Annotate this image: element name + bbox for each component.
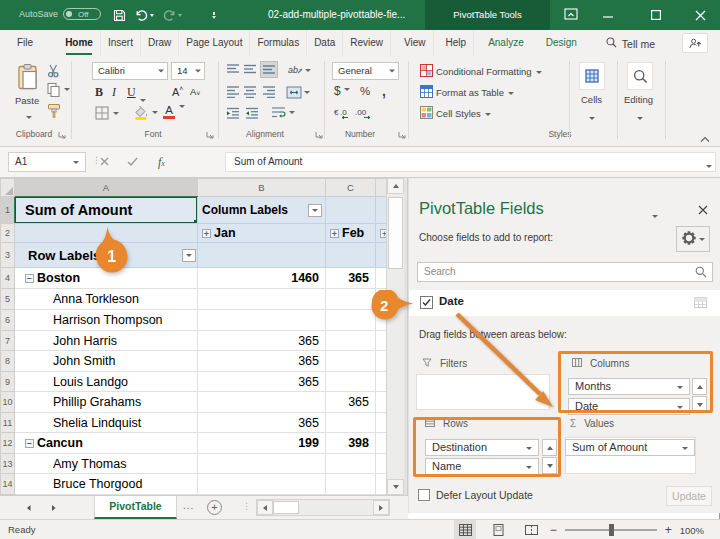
defer-layout-checkbox[interactable]	[418, 489, 430, 501]
cell-a12[interactable]: Cancun	[15, 433, 198, 454]
undo-button[interactable]	[135, 9, 154, 21]
cell-b5[interactable]	[198, 289, 326, 310]
share-button[interactable]	[682, 33, 708, 53]
values-field-sum-of-amount[interactable]: Sum of Amount	[565, 439, 695, 456]
tab-formulas[interactable]: Formulas	[250, 30, 307, 57]
row-header-5[interactable]: 5	[1, 289, 15, 310]
insert-function-icon[interactable]: fx	[158, 155, 165, 170]
row-labels-filter-button[interactable]	[182, 249, 196, 262]
row-header-2[interactable]: 2	[1, 224, 15, 243]
clipboard-dialog-launcher-icon[interactable]	[58, 131, 66, 139]
row-header-3[interactable]: 3	[1, 243, 15, 268]
tab-analyze[interactable]: Analyze	[477, 30, 535, 57]
font-size-combo[interactable]: 14	[171, 62, 205, 80]
tab-home[interactable]: Home	[58, 30, 101, 57]
formula-input[interactable]: Sum of Amount	[225, 152, 716, 172]
autosave-toggle[interactable]: Off	[63, 8, 101, 20]
cell-d12[interactable]	[376, 433, 387, 454]
cell-c8[interactable]	[326, 351, 376, 372]
cell-c2[interactable]: Feb	[326, 224, 376, 243]
maximize-button[interactable]	[632, 0, 680, 30]
collapse-cancun-icon[interactable]	[25, 439, 34, 448]
ribbon-display-options-icon[interactable]	[560, 5, 582, 23]
font-name-combo[interactable]: Calibri	[92, 62, 168, 80]
prev-sheet-icon[interactable]	[25, 504, 32, 514]
pane-options-caret-icon[interactable]	[652, 208, 658, 220]
borders-button[interactable]	[95, 106, 119, 122]
tell-me[interactable]: Tell me	[598, 37, 663, 50]
tools-gear-button[interactable]	[676, 226, 710, 252]
close-button[interactable]	[680, 0, 720, 30]
increase-font-button[interactable]: A˄	[172, 85, 183, 98]
collapse-jan-icon[interactable]	[202, 229, 211, 238]
fields-search-box[interactable]: Search	[417, 262, 713, 282]
page-layout-view-button[interactable]	[487, 520, 509, 539]
cells-button[interactable]	[579, 62, 605, 90]
pane-close-icon[interactable]	[698, 204, 708, 218]
orientation-button[interactable]: ab	[287, 62, 311, 79]
underline-button[interactable]: U	[127, 85, 136, 100]
alignment-dialog-launcher-icon[interactable]	[315, 131, 323, 139]
cell-a10[interactable]: Phillip Grahams	[15, 392, 198, 413]
formula-bar-expand-icon[interactable]	[706, 158, 712, 170]
cell-b7[interactable]: 365	[198, 331, 326, 351]
cell-a8[interactable]: John Smith	[15, 351, 198, 372]
cell-b3[interactable]	[198, 243, 326, 268]
scroll-right-icon[interactable]	[373, 500, 389, 515]
cell-c7[interactable]	[326, 331, 376, 351]
align-center-button[interactable]	[243, 85, 257, 100]
paste-button[interactable]	[14, 63, 42, 93]
next-sheet-icon[interactable]	[50, 504, 57, 514]
name-box[interactable]: A1	[8, 152, 86, 172]
column-header-b[interactable]: B	[198, 179, 326, 197]
cell-b10[interactable]	[198, 392, 326, 413]
font-dialog-launcher-icon[interactable]	[206, 131, 214, 139]
number-format-combo[interactable]: General	[332, 62, 399, 80]
redo-button[interactable]	[163, 9, 182, 21]
cell-c6[interactable]	[326, 310, 376, 331]
tab-help[interactable]: Help	[439, 30, 475, 57]
cell-c1[interactable]	[326, 197, 376, 224]
tab-review[interactable]: Review	[343, 30, 391, 57]
cell-c14[interactable]	[326, 474, 376, 495]
column-header-d[interactable]	[376, 179, 387, 197]
scroll-up-icon[interactable]	[387, 178, 404, 194]
zoom-out-icon[interactable]: −	[550, 523, 557, 537]
tab-view[interactable]: View	[397, 30, 434, 57]
cell-b8[interactable]: 365	[198, 351, 326, 372]
cell-a14[interactable]: Bruce Thorgood	[15, 474, 198, 495]
horizontal-scrollbar[interactable]	[256, 499, 390, 516]
italic-button[interactable]: I	[112, 85, 116, 100]
row-header-14[interactable]: 14	[1, 474, 15, 495]
cell-b9[interactable]: 365	[198, 372, 326, 392]
row-header-11[interactable]: 11	[1, 413, 15, 433]
cell-c10[interactable]: 365	[326, 392, 376, 413]
font-color-button[interactable]: A	[163, 104, 185, 119]
collapse-ribbon-icon[interactable]	[700, 133, 710, 145]
align-bottom-button[interactable]	[260, 61, 278, 78]
cell-d14[interactable]	[376, 474, 387, 495]
align-top-button[interactable]	[226, 63, 240, 78]
tab-page-layout[interactable]: Page Layout	[179, 30, 250, 57]
increase-indent-button[interactable]	[245, 107, 259, 121]
cell-a9[interactable]: Louis Landgo	[15, 372, 198, 392]
row-header-9[interactable]: 9	[1, 372, 15, 392]
align-right-button[interactable]	[262, 85, 276, 100]
wrap-text-button[interactable]	[271, 106, 295, 121]
number-dialog-launcher-icon[interactable]	[398, 131, 406, 139]
cell-c12[interactable]: 398	[326, 433, 376, 454]
tab-insert[interactable]: Insert	[101, 30, 141, 57]
cell-a1[interactable]: Sum of Amount	[15, 197, 198, 224]
cell-c5[interactable]	[326, 289, 376, 310]
update-button[interactable]: Update	[666, 486, 712, 506]
horizontal-scroll-thumb[interactable]	[273, 501, 299, 514]
row-header-4[interactable]: 4	[1, 268, 15, 289]
collapse-feb-icon[interactable]	[330, 229, 339, 238]
sheet-tab-pivottable[interactable]: PivotTable	[94, 496, 177, 519]
cell-d1[interactable]	[376, 197, 387, 224]
cell-d13[interactable]	[376, 454, 387, 474]
cell-c13[interactable]	[326, 454, 376, 474]
cell-c11[interactable]	[326, 413, 376, 433]
column-header-c[interactable]: C	[326, 179, 376, 197]
row-header-6[interactable]: 6	[1, 310, 15, 331]
